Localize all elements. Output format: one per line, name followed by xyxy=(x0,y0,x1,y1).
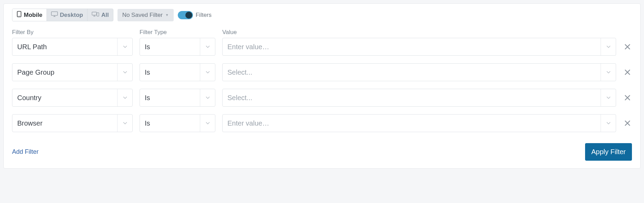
device-tab-desktop[interactable]: Desktop xyxy=(47,9,88,21)
device-tab-all-label: All xyxy=(101,12,109,19)
filter-by-select[interactable]: URL Path xyxy=(12,38,133,56)
saved-filter-label: No Saved Filter xyxy=(122,12,163,19)
filter-row: Page GroupIsSelect... xyxy=(12,63,632,81)
add-filter-link[interactable]: Add Filter xyxy=(12,148,39,156)
svg-rect-4 xyxy=(97,13,99,16)
filters-toggle[interactable] xyxy=(178,11,193,19)
filter-rows: URL PathIsPage GroupIsSelect...CountryIs… xyxy=(12,38,632,132)
device-tab-all[interactable]: All xyxy=(88,9,113,21)
device-tabs: Mobile Desktop All xyxy=(12,9,113,21)
filter-by-value: URL Path xyxy=(17,43,47,51)
toggle-knob xyxy=(185,12,192,19)
filter-type-select[interactable]: Is xyxy=(140,38,215,56)
value-input-wrap xyxy=(222,38,616,56)
mobile-icon xyxy=(17,11,22,19)
chevron-down-icon xyxy=(200,38,215,55)
filter-by-select[interactable]: Browser xyxy=(12,114,133,132)
remove-filter-button[interactable] xyxy=(623,42,632,51)
filter-type-value: Is xyxy=(145,94,150,102)
filters-toggle-label: Filters xyxy=(196,12,212,19)
footer: Add Filter Apply Filter xyxy=(12,143,632,161)
chevron-down-icon xyxy=(117,89,132,106)
filter-by-select[interactable]: Country xyxy=(12,89,133,107)
filter-by-value: Page Group xyxy=(17,68,54,76)
filter-type-value: Is xyxy=(145,68,150,76)
column-headers: Filter By Filter Type Value xyxy=(12,29,632,36)
filter-by-select[interactable]: Page Group xyxy=(12,63,133,81)
value-input[interactable] xyxy=(223,38,601,55)
device-tab-mobile[interactable]: Mobile xyxy=(12,9,47,21)
filter-type-select[interactable]: Is xyxy=(140,114,215,132)
device-tab-desktop-label: Desktop xyxy=(60,12,83,19)
filter-by-value: Country xyxy=(17,94,41,102)
header-value: Value xyxy=(222,29,632,36)
remove-filter-button[interactable] xyxy=(623,119,632,128)
chevron-down-icon xyxy=(200,115,215,132)
chevron-down-icon xyxy=(117,115,132,132)
dropdown-triangle-icon: ▼ xyxy=(165,13,169,17)
chevron-down-icon xyxy=(601,64,616,81)
filter-panel: Mobile Desktop All No Saved Filter xyxy=(3,3,641,169)
svg-rect-2 xyxy=(51,12,58,15)
filter-by-value: Browser xyxy=(17,119,42,127)
filters-toggle-group: Filters xyxy=(178,11,212,19)
value-input-wrap xyxy=(222,114,616,132)
desktop-icon xyxy=(51,11,58,19)
chevron-down-icon[interactable] xyxy=(601,115,616,132)
devices-icon xyxy=(92,11,99,19)
apply-filter-button[interactable]: Apply Filter xyxy=(585,143,632,161)
filter-type-select[interactable]: Is xyxy=(140,89,215,107)
top-bar: Mobile Desktop All No Saved Filter xyxy=(12,9,632,21)
chevron-down-icon xyxy=(200,64,215,81)
chevron-down-icon xyxy=(601,89,616,106)
saved-filter-dropdown[interactable]: No Saved Filter ▼ xyxy=(117,9,174,21)
chevron-down-icon xyxy=(200,89,215,106)
value-input[interactable] xyxy=(223,115,601,132)
filter-type-select[interactable]: Is xyxy=(140,63,215,81)
value-select-placeholder: Select... xyxy=(227,94,252,102)
value-select[interactable]: Select... xyxy=(222,63,616,81)
filter-row: CountryIsSelect... xyxy=(12,89,632,107)
value-select[interactable]: Select... xyxy=(222,89,616,107)
filter-row: BrowserIs xyxy=(12,114,632,132)
svg-point-1 xyxy=(19,16,20,17)
remove-filter-button[interactable] xyxy=(623,93,632,102)
header-filter-type: Filter Type xyxy=(140,29,215,36)
chevron-down-icon[interactable] xyxy=(601,38,616,55)
filter-row: URL PathIs xyxy=(12,38,632,56)
value-select-placeholder: Select... xyxy=(227,68,252,76)
filter-type-value: Is xyxy=(145,43,150,51)
svg-rect-3 xyxy=(92,12,96,15)
chevron-down-icon xyxy=(117,38,132,55)
device-tab-mobile-label: Mobile xyxy=(24,12,42,19)
filter-type-value: Is xyxy=(145,119,150,127)
chevron-down-icon xyxy=(117,64,132,81)
header-filter-by: Filter By xyxy=(12,29,133,36)
remove-filter-button[interactable] xyxy=(623,68,632,77)
